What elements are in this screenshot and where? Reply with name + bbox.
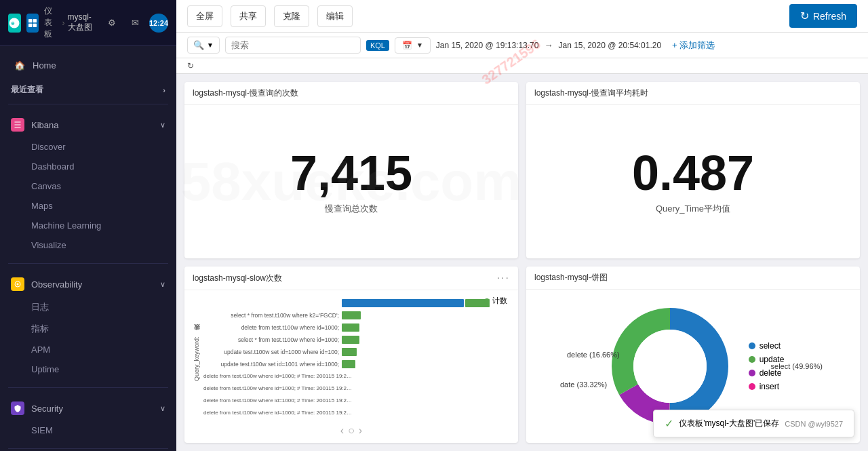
sidebar-item-dashboard[interactable]: Dashboard <box>31 157 165 176</box>
sidebar-item-siem[interactable]: SIEM <box>31 420 165 440</box>
donut-label-date: date (33.32%) <box>560 380 607 389</box>
recently-viewed[interactable]: 最近查看 › <box>0 79 176 101</box>
time-start: Jan 15, 2020 @ 19:13:13.70 <box>436 41 539 50</box>
bar-green-4 <box>342 348 357 356</box>
bar-green-3 <box>342 336 359 344</box>
bar-row-1: select * from test.t100w where k2='FGCD'… <box>203 309 513 321</box>
toast-message: 仪表板'mysql-大盘图'已保存 <box>679 418 779 429</box>
svg-rect-4 <box>28 23 32 26</box>
bar-label-2: delete from test.t100w where id=1000; <box>203 324 339 331</box>
kibana-icon <box>11 118 24 132</box>
clone-button[interactable]: 克隆 <box>274 5 309 27</box>
panel2-title: logstash-mysql-慢查询平均耗时 <box>534 87 648 99</box>
calendar-icon: 📅 <box>402 41 412 50</box>
panel2-header: logstash-mysql-慢查询平均耗时 <box>526 82 860 105</box>
bar-green-5 <box>342 360 355 368</box>
bar-label-8: delete from test.t100w where id=1000; # … <box>203 397 353 404</box>
fullscreen-button[interactable]: 全屏 <box>187 5 222 27</box>
metric-label-queries: 慢查询总次数 <box>325 203 378 215</box>
legend-label-count: 计数 <box>492 296 507 306</box>
nav-section-observability: Observability ∨ 日志 指标 APM Uptime <box>0 267 176 385</box>
filter-row2: ↻ <box>176 58 868 74</box>
bar-track-9 <box>355 408 513 418</box>
panel4-header: logstash-mysql-饼图 <box>526 267 860 290</box>
filter-type-selector[interactable]: 🔍 ▼ <box>187 37 220 54</box>
bar-green-1 <box>342 311 361 319</box>
bar-label-6: delete from test.t100w where id=1000; # … <box>203 373 353 379</box>
sidebar-item-metrics[interactable]: 指标 <box>31 318 165 340</box>
sidebar-top: e 仪表板 › mysql-大盘图 ⚙ ✉ 12:24 <box>0 0 176 46</box>
settings-icon[interactable]: ⚙ <box>103 14 121 32</box>
panel1-header: logstash-mysql-慢查询的次数 <box>184 82 518 105</box>
toast-check-icon: ✓ <box>665 417 673 430</box>
sidebar-item-discover[interactable]: Discover <box>31 137 165 157</box>
svg-rect-3 <box>33 19 36 22</box>
sidebar-item-home[interactable]: 🏠 Home <box>3 52 174 78</box>
bar-track-4 <box>342 347 513 357</box>
toast-user: CSDN @wyl9527 <box>785 420 843 428</box>
y-axis-label: Query_keyword: 搜索 <box>190 294 203 422</box>
bar-row-0 <box>203 297 513 309</box>
search-input-wrap[interactable] <box>225 37 361 54</box>
legend-circle-select <box>749 342 755 349</box>
main-content: 全屏 共享 克隆 编辑 ↻ Refresh 🔍 ▼ KQL 📅 ▼ Jan 15… <box>176 0 868 451</box>
legend-label-insert: insert <box>760 382 779 391</box>
panel2-body: 0.487 Query_Time平均值 <box>526 105 860 258</box>
small-refresh-icon[interactable]: ↻ <box>187 61 194 71</box>
security-sub-items: SIEM <box>11 420 165 440</box>
kql-selector[interactable]: KQL <box>366 40 389 51</box>
sidebar-item-ml[interactable]: Machine Learning <box>31 216 165 235</box>
bar-track-8 <box>355 396 513 406</box>
bar-row-5: update test.t100w set id=1001 where id=1… <box>203 358 513 370</box>
share-button[interactable]: 共享 <box>231 5 266 27</box>
prev-page[interactable]: ‹ <box>340 425 344 437</box>
app-icon[interactable] <box>26 14 39 33</box>
panel3-menu[interactable]: ··· <box>497 272 510 284</box>
bar-label-1: select * from test.t100w where k2='FGCD'… <box>203 312 339 319</box>
pagination: ‹ ○ › <box>340 422 362 439</box>
nav-section-kibana: Kibana ∨ Discover Dashboard Canvas Maps … <box>0 107 176 260</box>
observability-section-header[interactable]: Observability ∨ <box>11 272 165 296</box>
search-input[interactable] <box>231 40 355 50</box>
toolbar: 全屏 共享 克隆 编辑 ↻ Refresh <box>176 0 868 33</box>
kibana-chevron: ∨ <box>160 121 165 130</box>
next-page[interactable]: › <box>359 425 362 437</box>
kibana-section-header[interactable]: Kibana ∨ <box>11 113 165 137</box>
sidebar-item-uptime[interactable]: Uptime <box>31 359 165 379</box>
panel-bar-chart: logstash-mysql-slow次数 ··· 计数 Query_keywo… <box>184 267 518 443</box>
legend-item-insert: insert <box>749 382 785 391</box>
legend-circle-update <box>749 356 755 363</box>
toast-notification: ✓ 仪表板'mysql-大盘图'已保存 CSDN @wyl9527 <box>653 410 854 437</box>
bar-track-1 <box>342 311 513 320</box>
legend-circle-insert <box>749 383 755 390</box>
time-filter[interactable]: 📅 ▼ <box>395 37 431 54</box>
sidebar-item-visualize[interactable]: Visualize <box>31 235 165 255</box>
bar-row-9: delete from test.t100w where id=1000; # … <box>203 407 513 419</box>
panel3-title: logstash-mysql-slow次数 <box>193 273 282 284</box>
metric-label-time: Query_Time平均值 <box>656 203 730 215</box>
divider3 <box>8 387 168 388</box>
page-dot[interactable]: ○ <box>348 425 355 437</box>
bar-row-3: select * from test.t100w where id=1000; <box>203 334 513 346</box>
refresh-button[interactable]: ↻ Refresh <box>789 4 857 28</box>
recently-viewed-chevron: › <box>163 86 165 94</box>
edit-button[interactable]: 编辑 <box>317 5 353 27</box>
legend-dot-count <box>484 298 490 304</box>
security-section-header[interactable]: Security ∨ <box>11 396 165 420</box>
panel3-body: 计数 Query_keyword: 搜索 <box>184 290 518 443</box>
notifications-icon[interactable]: ✉ <box>126 14 144 32</box>
sidebar-item-logs[interactable]: 日志 <box>31 296 165 318</box>
donut-label-delete: delete (16.66%) <box>567 351 620 359</box>
panel3-header: logstash-mysql-slow次数 ··· <box>184 267 518 290</box>
elastic-logo[interactable]: e <box>8 14 21 33</box>
divider <box>8 104 168 104</box>
obs-sub-items: 日志 指标 APM Uptime <box>11 296 165 379</box>
bar-track-3 <box>342 335 513 345</box>
add-filter-link[interactable]: + 添加筛选 <box>672 39 715 52</box>
sidebar-nav: 🏠 Home 最近查看 › Kibana ∨ Discover Dashboar… <box>0 46 176 451</box>
kql-badge: KQL <box>366 40 389 51</box>
sidebar-item-apm[interactable]: APM <box>31 340 165 359</box>
sidebar-item-maps[interactable]: Maps <box>31 196 165 216</box>
avatar[interactable]: 12:24 <box>149 14 168 33</box>
sidebar-item-canvas[interactable]: Canvas <box>31 176 165 196</box>
